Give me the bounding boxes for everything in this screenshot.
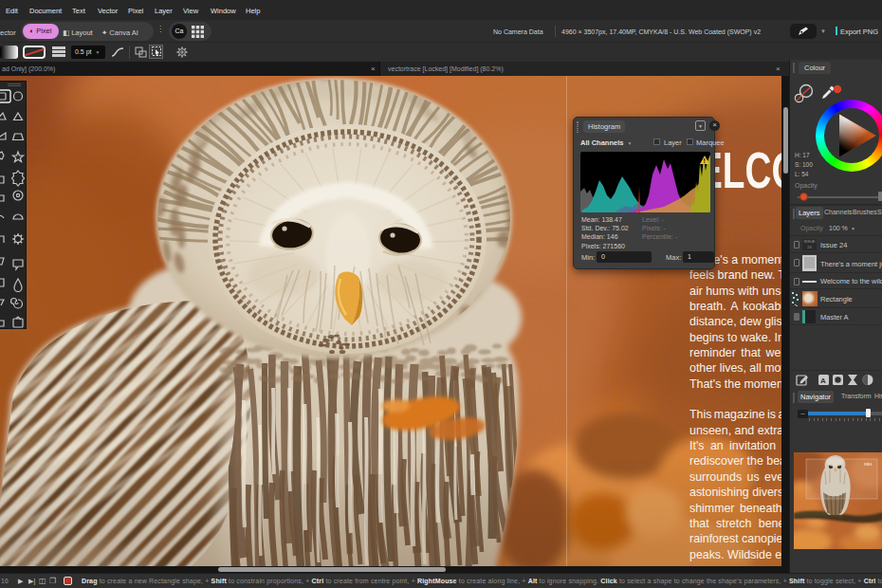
svg-text:A: A (820, 377, 826, 385)
svg-text:!: ! (704, 157, 706, 164)
svg-text:WEL: WEL (864, 462, 873, 467)
